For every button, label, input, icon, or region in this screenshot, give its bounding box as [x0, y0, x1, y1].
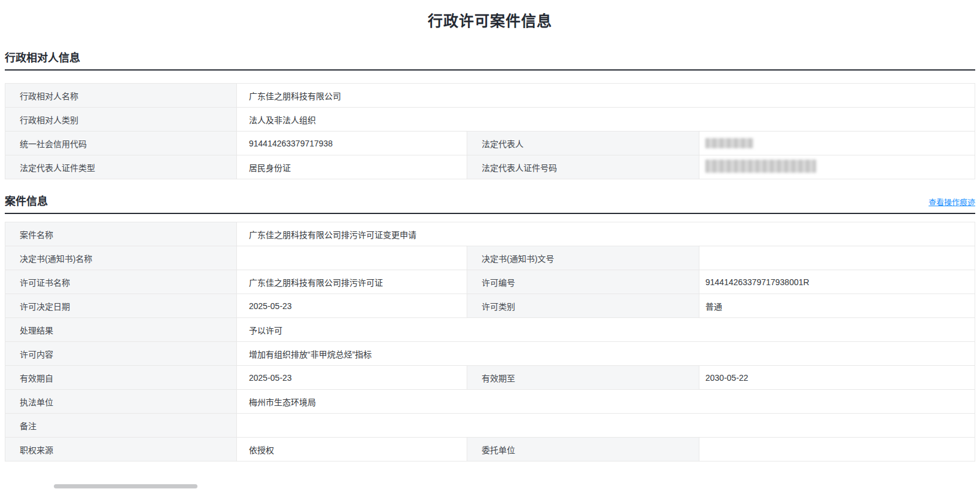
field-label: 有效期自 [5, 366, 237, 390]
field-label: 统一社会信用代码 [5, 132, 237, 155]
redacted-value [705, 160, 816, 173]
party-section-header: 行政相对人信息 [5, 51, 975, 71]
table-row: 统一社会信用代码 914414263379717938 法定代表人 [5, 132, 975, 155]
case-info-table: 案件名称 广东佳之朋科技有限公司排污许可证变更申请 决定书(通知书)名称 决定书… [5, 222, 975, 462]
scrollbar-thumb[interactable] [54, 484, 197, 488]
field-value: 予以许可 [237, 318, 975, 342]
field-value: 梅州市生态环境局 [237, 390, 975, 414]
field-label: 备注 [5, 414, 237, 438]
field-value [237, 414, 975, 438]
table-row: 许可决定日期 2025-05-23 许可类别 普通 [5, 294, 975, 318]
field-value: 914414263379717938001R [699, 270, 975, 294]
field-label: 职权来源 [5, 438, 237, 462]
table-row: 行政相对人名称 广东佳之朋科技有限公司 [5, 84, 975, 108]
party-info-table: 行政相对人名称 广东佳之朋科技有限公司 行政相对人类别 法人及非法人组织 统一社… [5, 83, 975, 179]
field-value [699, 246, 975, 270]
field-label: 许可编号 [467, 270, 699, 294]
field-label: 许可证书名称 [5, 270, 237, 294]
field-label: 有效期至 [467, 366, 699, 390]
field-label: 决定书(通知书)名称 [5, 246, 237, 270]
field-label: 许可决定日期 [5, 294, 237, 318]
field-label: 法定代表人证件类型 [5, 155, 237, 179]
table-row: 案件名称 广东佳之朋科技有限公司排污许可证变更申请 [5, 222, 975, 246]
table-row: 职权来源 依授权 委托单位 [5, 438, 975, 462]
field-value: 增加有组织排放“非甲烷总烃”指标 [237, 342, 975, 366]
field-value: 914414263379717938 [237, 132, 467, 155]
field-value: 法人及非法人组织 [237, 108, 975, 132]
field-value: 2030-05-22 [699, 366, 975, 390]
view-operation-trace-link[interactable]: 查看操作痕迹 [929, 197, 975, 208]
field-label: 案件名称 [5, 222, 237, 246]
field-value: 居民身份证 [237, 155, 467, 179]
field-value [699, 155, 975, 179]
field-label: 处理结果 [5, 318, 237, 342]
field-value [237, 246, 467, 270]
case-section-title: 案件信息 [5, 195, 48, 208]
field-value: 广东佳之朋科技有限公司排污许可证 [237, 270, 467, 294]
field-value: 广东佳之朋科技有限公司排污许可证变更申请 [237, 222, 975, 246]
table-row: 备注 [5, 414, 975, 438]
field-label: 许可类别 [467, 294, 699, 318]
party-section-title: 行政相对人信息 [5, 51, 80, 65]
table-row: 许可内容 增加有组织排放“非甲烷总烃”指标 [5, 342, 975, 366]
field-label: 法定代表人证件号码 [467, 155, 699, 179]
case-section-header: 案件信息 查看操作痕迹 [5, 195, 975, 214]
field-value: 依授权 [237, 438, 467, 462]
table-row: 处理结果 予以许可 [5, 318, 975, 342]
field-value: 2025-05-23 [237, 366, 467, 390]
field-value: 广东佳之朋科技有限公司 [237, 84, 975, 108]
field-label: 执法单位 [5, 390, 237, 414]
field-label: 行政相对人类别 [5, 108, 237, 132]
field-label: 委托单位 [467, 438, 699, 462]
table-row: 许可证书名称 广东佳之朋科技有限公司排污许可证 许可编号 91441426337… [5, 270, 975, 294]
field-value: 普通 [699, 294, 975, 318]
horizontal-scrollbar[interactable] [0, 483, 980, 489]
field-value [699, 132, 975, 155]
page-container: 行政许可案件信息 行政相对人信息 行政相对人名称 广东佳之朋科技有限公司 行政相… [0, 11, 980, 462]
table-row: 决定书(通知书)名称 决定书(通知书)文号 [5, 246, 975, 270]
field-value [699, 438, 975, 462]
field-label: 行政相对人名称 [5, 84, 237, 108]
table-row: 行政相对人类别 法人及非法人组织 [5, 108, 975, 132]
table-row: 有效期自 2025-05-23 有效期至 2030-05-22 [5, 366, 975, 390]
field-label: 法定代表人 [467, 132, 699, 155]
page-title: 行政许可案件信息 [5, 11, 975, 31]
field-label: 决定书(通知书)文号 [467, 246, 699, 270]
table-row: 法定代表人证件类型 居民身份证 法定代表人证件号码 [5, 155, 975, 179]
redacted-value [705, 138, 753, 148]
field-value: 2025-05-23 [237, 294, 467, 318]
field-label: 许可内容 [5, 342, 237, 366]
table-row: 执法单位 梅州市生态环境局 [5, 390, 975, 414]
